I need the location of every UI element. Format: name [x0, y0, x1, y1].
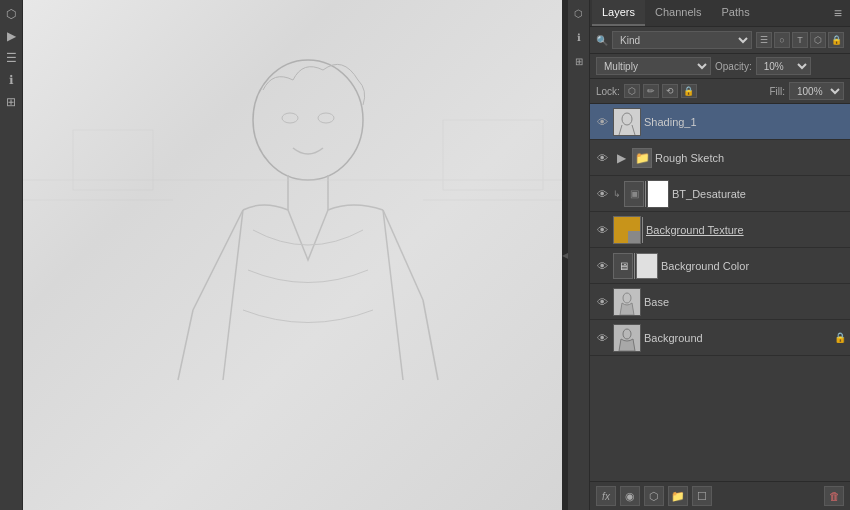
- layer-visibility-bg-texture[interactable]: 👁: [594, 222, 610, 238]
- filter-icon-type[interactable]: T: [792, 32, 808, 48]
- new-adjustment-layer-button[interactable]: ⬡: [644, 486, 664, 506]
- opacity-select[interactable]: 10%: [756, 57, 811, 75]
- layer-name-shading1: Shading_1: [644, 116, 846, 128]
- layer-thumb-shading1: [613, 108, 641, 136]
- layer-child-arrow: ↳: [613, 189, 621, 199]
- layer-item-shading1[interactable]: 👁 Shading_1: [590, 104, 850, 140]
- layer-item-background[interactable]: 👁 Background 🔒: [590, 320, 850, 356]
- layer-name-background: Background: [644, 332, 831, 344]
- layer-name-bg-texture: Background Texture: [646, 224, 846, 236]
- layer-name-rough-sketch: Rough Sketch: [655, 152, 846, 164]
- icon-channels[interactable]: ℹ: [570, 28, 588, 46]
- lock-icons: ⬡ ✏ ⟲ 🔒: [624, 84, 697, 98]
- icon-history[interactable]: ⊞: [570, 52, 588, 70]
- tool-play[interactable]: ▶: [1, 26, 21, 46]
- tool-move[interactable]: ⬡: [1, 4, 21, 24]
- svg-point-2: [318, 113, 334, 123]
- layer-item-bt-desaturate[interactable]: 👁 ↳ ▣ BT_Desaturate: [590, 176, 850, 212]
- icon-layers[interactable]: ⬡: [570, 4, 588, 22]
- layer-item-rough-sketch[interactable]: 👁 ▶ 📁 Rough Sketch: [590, 140, 850, 176]
- sketch-canvas: [23, 0, 562, 510]
- layers-list: 👁 Shading_1 👁 ▶ 📁 Rough Sketch 👁: [590, 104, 850, 481]
- filter-row: 🔍 Kind ☰ ○ T ⬡ 🔒: [590, 27, 850, 54]
- opacity-label: Opacity:: [715, 61, 752, 72]
- layer-item-bg-color[interactable]: 👁 🖥 Background Color: [590, 248, 850, 284]
- left-toolbar: ⬡ ▶ ☰ ℹ ⊞: [0, 0, 23, 510]
- layer-monitor-icon: 🖥: [613, 253, 633, 279]
- blend-mode-row: Multiply Opacity: 10%: [590, 54, 850, 79]
- lock-position[interactable]: ⟲: [662, 84, 678, 98]
- fill-select[interactable]: 100%: [789, 82, 844, 100]
- tool-list[interactable]: ⊞: [1, 92, 21, 112]
- layer-name-bt-desaturate: BT_Desaturate: [672, 188, 846, 200]
- layer-mask-bt: [647, 180, 669, 208]
- layer-lock-icon-background: 🔒: [834, 332, 846, 343]
- panel-bottom-toolbar: fx ◉ ⬡ 📁 ☐ 🗑: [590, 481, 850, 510]
- tab-paths[interactable]: Paths: [712, 0, 760, 26]
- layer-visibility-rough-sketch[interactable]: 👁: [594, 150, 610, 166]
- layer-thumb-pair-bgcol: 🖥: [613, 253, 658, 279]
- filter-label: 🔍: [596, 35, 608, 46]
- new-group-button[interactable]: 📁: [668, 486, 688, 506]
- add-mask-button[interactable]: ◉: [620, 486, 640, 506]
- layer-visibility-bg-color[interactable]: 👁: [594, 258, 610, 274]
- filter-icon-adjustment[interactable]: ○: [774, 32, 790, 48]
- svg-point-1: [282, 113, 298, 123]
- layer-mask-bgcol: [636, 253, 658, 279]
- lock-all[interactable]: 🔒: [681, 84, 697, 98]
- filter-icon-smart[interactable]: 🔒: [828, 32, 844, 48]
- filter-kind-select[interactable]: Kind: [612, 31, 752, 49]
- panel-menu-button[interactable]: ≡: [828, 1, 848, 25]
- tool-info[interactable]: ℹ: [1, 70, 21, 90]
- layer-thumb-background: [613, 324, 641, 352]
- layer-thumb-base: [613, 288, 641, 316]
- fill-label: Fill:: [769, 86, 785, 97]
- svg-point-0: [253, 60, 363, 180]
- panel-tabs: Layers Channels Paths ≡: [590, 0, 850, 27]
- layer-folder-icon: 📁: [632, 148, 652, 168]
- lock-image-pixels[interactable]: ✏: [643, 84, 659, 98]
- layer-name-base: Base: [644, 296, 846, 308]
- layer-item-base[interactable]: 👁 Base: [590, 284, 850, 320]
- layer-thumb-main-bgtex: [613, 216, 641, 244]
- right-icon-bar: ⬡ ℹ ⊞: [568, 0, 590, 510]
- layer-visibility-bt-desaturate[interactable]: 👁: [594, 186, 610, 202]
- layers-panel: Layers Channels Paths ≡ 🔍 Kind ☰ ○ T ⬡ 🔒…: [590, 0, 850, 510]
- layer-visibility-background[interactable]: 👁: [594, 330, 610, 346]
- filter-icon-pixel[interactable]: ☰: [756, 32, 772, 48]
- delete-layer-button[interactable]: 🗑: [824, 486, 844, 506]
- svg-rect-7: [443, 120, 543, 190]
- layer-visibility-base[interactable]: 👁: [594, 294, 610, 310]
- svg-rect-6: [73, 130, 153, 190]
- blend-mode-select[interactable]: Multiply: [596, 57, 711, 75]
- layer-thumb-pair-bgtex: [613, 216, 643, 244]
- tab-layers[interactable]: Layers: [592, 0, 645, 26]
- layer-group-arrow[interactable]: ▶: [613, 150, 629, 166]
- layer-thumb-main-bt: ▣: [624, 181, 644, 207]
- layer-visibility-shading1[interactable]: 👁: [594, 114, 610, 130]
- layer-name-bg-color: Background Color: [661, 260, 846, 272]
- filter-icons: ☰ ○ T ⬡ 🔒: [756, 32, 844, 48]
- tab-channels[interactable]: Channels: [645, 0, 711, 26]
- filter-icon-shape[interactable]: ⬡: [810, 32, 826, 48]
- layer-thumb-pair-bt: ▣: [624, 180, 669, 208]
- lock-label: Lock:: [596, 86, 620, 97]
- lock-row: Lock: ⬡ ✏ ⟲ 🔒 Fill: 100%: [590, 79, 850, 104]
- layer-item-bg-texture[interactable]: 👁 Background Texture: [590, 212, 850, 248]
- tool-shape[interactable]: ☰: [1, 48, 21, 68]
- canvas-area: [23, 0, 562, 510]
- add-layer-style-button[interactable]: fx: [596, 486, 616, 506]
- new-layer-button[interactable]: ☐: [692, 486, 712, 506]
- lock-transparent-pixels[interactable]: ⬡: [624, 84, 640, 98]
